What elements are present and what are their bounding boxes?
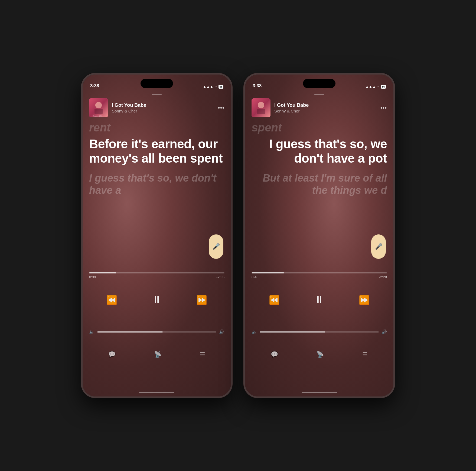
progress-bar-fill-right [252,272,284,273]
wifi-icon-left: ≈ [215,85,217,89]
song-artist-right: Sonny & Cher [274,109,377,113]
song-title-right: I Got You Babe [274,102,377,108]
song-info-left: I Got You Babe Sonny & Cher [112,102,214,114]
volume-down-button-left[interactable] [81,161,82,180]
progress-bar-fill-left [89,272,116,273]
volume-bar-bg-left[interactable] [97,331,216,333]
more-button-left[interactable]: ••• [218,105,224,111]
main-lyrics-left: Before it's earned, our money's all been… [89,137,224,197]
mute-button-right[interactable] [243,123,244,133]
volume-bar-bg-right[interactable] [260,331,379,333]
volume-bar-fill-right [260,331,325,333]
lyrics-button-left[interactable]: 💬 [108,351,116,358]
progress-current-left: 0:39 [89,275,96,279]
signal-icon-right: ▲▲▲ [365,85,376,89]
forward-button-left[interactable]: ⏩ [196,295,207,305]
progress-section-right: 0:46 -2:28 [252,272,387,279]
bottom-icons-left: 💬 📡 ☰ [89,351,224,358]
mic-button-left[interactable]: 🎤 [209,234,223,259]
pause-button-right[interactable]: ⏸ [314,294,324,306]
airplay-button-left[interactable]: 📡 [154,351,161,358]
progress-times-left: 0:39 -2:35 [89,275,224,279]
pause-button-left[interactable]: ⏸ [152,294,162,306]
progress-remaining-right: -2:28 [379,275,387,279]
rewind-button-right[interactable]: ⏪ [269,295,280,305]
lyric-active-right: I guess that's so, we don't have a pot [252,137,387,166]
bottom-icons-right: 💬 📡 ☰ [252,351,387,358]
song-title-left: I Got You Babe [112,102,214,108]
volume-up-button-right[interactable] [243,137,244,156]
volume-bar-fill-left [97,331,163,333]
status-icons-right: ▲▲▲ ≈ 56 [365,85,386,89]
phone-left: 3:38 ▲▲▲ ≈ 56 [81,73,233,398]
mic-icon-right: 🎤 [375,243,382,250]
volume-section-right: 🔈 🔊 [252,329,387,334]
svg-point-2 [95,102,102,108]
lyric-fade-left: rent [89,121,224,134]
home-indicator-right [302,392,337,393]
album-art-right[interactable] [252,98,270,117]
album-art-left[interactable]: Sonny&Cher [89,98,108,117]
airplay-button-right[interactable]: 📡 [317,351,324,358]
playback-controls-right: ⏪ ⏸ ⏩ [252,294,387,306]
lyric-next-right: But at least I'm sure of all the things … [252,172,387,197]
home-indicator-left [139,392,174,393]
signal-icon-left: ▲▲▲ [203,85,213,89]
song-artist-left: Sonny & Cher [112,109,214,113]
svg-text:Sonny&Cher: Sonny&Cher [93,115,105,117]
progress-current-right: 0:46 [252,275,258,279]
status-time-right: 3:38 [253,83,262,89]
phones-container: 3:38 ▲▲▲ ≈ 56 [81,73,395,398]
rewind-button-left[interactable]: ⏪ [106,295,117,305]
status-icons-left: ▲▲▲ ≈ 56 [203,85,223,89]
wifi-icon-right: ≈ [377,85,379,89]
volume-down-button-right[interactable] [243,161,244,180]
queue-button-right[interactable]: ☰ [362,351,368,358]
volume-low-icon-left: 🔈 [89,329,94,334]
mic-icon-left: 🎤 [213,243,220,250]
lyric-next-left: I guess that's so, we don't have a [89,172,224,197]
dynamic-island-right [303,79,335,88]
volume-high-icon-left: 🔊 [219,329,224,334]
queue-button-left[interactable]: ☰ [200,351,205,358]
progress-section-left: 0:39 -2:35 [89,272,224,279]
progress-remaining-left: -2:35 [216,275,224,279]
main-lyrics-right: I guess that's so, we don't have a pot B… [252,137,387,197]
scroll-indicator-right [314,94,324,95]
battery-right: 56 [381,85,386,89]
lyric-active-left: Before it's earned, our money's all been… [89,137,224,166]
volume-high-icon-right: 🔊 [382,329,387,334]
battery-left: 56 [219,85,223,89]
power-button-left[interactable] [232,145,233,172]
volume-up-button-left[interactable] [81,137,82,156]
now-playing-header-right: I Got You Babe Sonny & Cher ••• [252,98,387,117]
playback-controls-left: ⏪ ⏸ ⏩ [89,294,224,306]
svg-rect-8 [257,109,265,114]
lyric-fade-right: spent [252,121,387,134]
mic-button-right[interactable]: 🎤 [371,234,386,259]
phone-right: 3:38 ▲▲▲ ≈ 56 [243,73,395,398]
mute-button-left[interactable] [81,123,82,133]
more-button-right[interactable]: ••• [380,105,387,111]
svg-rect-3 [94,109,103,114]
now-playing-header-left: Sonny&Cher I Got You Babe Sonny & Cher •… [89,98,224,117]
volume-section-left: 🔈 🔊 [89,329,224,334]
progress-times-right: 0:46 -2:28 [252,275,387,279]
song-info-right: I Got You Babe Sonny & Cher [274,102,377,114]
progress-bar-bg-right[interactable] [252,272,387,273]
dynamic-island-left [141,79,173,88]
progress-bar-bg-left[interactable] [89,272,224,273]
forward-button-right[interactable]: ⏩ [359,295,370,305]
svg-point-7 [258,102,264,108]
status-time-left: 3:38 [90,83,99,89]
power-button-right[interactable] [394,145,395,172]
album-art-image-right [252,98,270,117]
lyrics-button-right[interactable]: 💬 [271,351,278,358]
volume-low-icon-right: 🔈 [252,329,257,334]
album-art-image-left: Sonny&Cher [89,98,108,117]
scroll-indicator-left [152,94,162,95]
